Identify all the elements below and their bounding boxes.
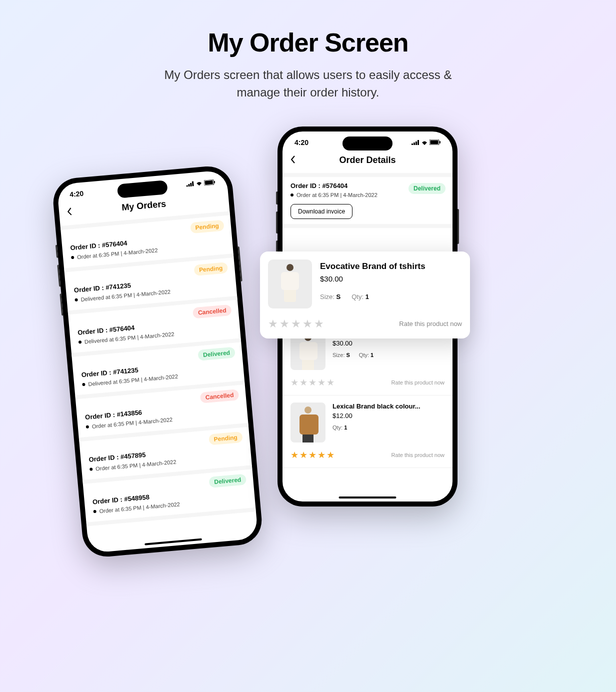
- orders-list: Pending Order ID : #576404 Order at 6:35…: [60, 215, 256, 526]
- home-indicator[interactable]: [144, 538, 202, 545]
- status-icons: [186, 179, 216, 187]
- product-image: [268, 260, 312, 308]
- order-detail-header: Order ID : #576404 Order at 6:35 PM | 4-…: [282, 177, 452, 224]
- svg-rect-7: [412, 144, 413, 145]
- products-list: Evocative Brand of tshirts $30.00 Size: …: [282, 323, 452, 468]
- back-icon[interactable]: [290, 154, 296, 166]
- back-icon[interactable]: [66, 206, 72, 218]
- svg-rect-5: [204, 180, 213, 184]
- status-badge: Delivered: [408, 183, 446, 194]
- star-icon[interactable]: ★: [300, 450, 308, 460]
- page-title: My Order Screen: [0, 28, 616, 58]
- star-icon[interactable]: ★: [326, 377, 334, 388]
- rating-stars[interactable]: ★★★★★: [290, 377, 334, 388]
- svg-rect-12: [430, 140, 438, 144]
- separator: [282, 224, 452, 228]
- star-icon[interactable]: ★: [280, 318, 290, 330]
- star-icon[interactable]: ★: [290, 450, 298, 460]
- star-icon[interactable]: ★: [308, 450, 316, 460]
- rating-stars[interactable]: ★ ★ ★ ★ ★: [268, 318, 324, 330]
- rate-link[interactable]: Rate this product now: [392, 380, 444, 386]
- screen-title: Order Details: [339, 155, 396, 166]
- product-meta: Qty: 1: [332, 424, 444, 430]
- download-invoice-button[interactable]: Download invoice: [290, 204, 352, 219]
- screen-title: My Orders: [121, 198, 166, 213]
- phone-my-orders: 4:20 My Orders Pending Order ID : #57640…: [52, 164, 264, 558]
- svg-rect-1: [188, 184, 190, 186]
- status-time: 4:20: [294, 138, 308, 146]
- star-icon[interactable]: ★: [290, 377, 298, 388]
- product-title: Evocative Brand of tshirts: [320, 262, 426, 272]
- product-popup-card[interactable]: Evocative Brand of tshirts $30.00 Size: …: [260, 252, 470, 338]
- rating-stars[interactable]: ★★★★★: [290, 450, 334, 460]
- svg-rect-8: [414, 142, 415, 145]
- star-icon[interactable]: ★: [326, 450, 334, 460]
- product-image: [290, 402, 326, 442]
- status-icons: [412, 140, 440, 145]
- rate-link[interactable]: Rate this product now: [399, 320, 462, 328]
- page-header: My Order Screen My Orders screen that al…: [0, 0, 616, 102]
- svg-rect-13: [440, 141, 440, 144]
- svg-rect-9: [416, 142, 417, 145]
- star-icon[interactable]: ★: [302, 318, 312, 330]
- rate-link[interactable]: Rate this product now: [392, 452, 444, 458]
- product-price: $12.00: [332, 412, 444, 420]
- phone-notch: [342, 136, 392, 150]
- svg-rect-10: [418, 140, 419, 145]
- star-icon[interactable]: ★: [318, 377, 326, 388]
- product-card[interactable]: Lexical Brand black colour... $12.00 Qty…: [282, 396, 452, 468]
- home-indicator[interactable]: [339, 496, 396, 498]
- star-icon[interactable]: ★: [291, 318, 301, 330]
- star-icon[interactable]: ★: [300, 377, 308, 388]
- product-price: $30.00: [320, 274, 426, 283]
- star-icon[interactable]: ★: [314, 318, 324, 330]
- product-price: $30.00: [332, 340, 444, 347]
- screen-header: Order Details: [282, 150, 452, 173]
- separator: [282, 173, 452, 177]
- product-title: Lexical Brand black colour...: [332, 402, 444, 410]
- page-subtitle: My Orders screen that allows users to ea…: [0, 66, 616, 102]
- svg-rect-2: [190, 182, 192, 186]
- star-icon[interactable]: ★: [268, 318, 278, 330]
- product-meta: Size: S Qty: 1: [332, 352, 444, 358]
- svg-rect-0: [186, 185, 188, 186]
- svg-rect-6: [214, 180, 215, 183]
- star-icon[interactable]: ★: [308, 377, 316, 388]
- product-meta: Size: S Qty: 1: [320, 293, 426, 300]
- star-icon[interactable]: ★: [318, 450, 326, 460]
- status-time: 4:20: [70, 189, 84, 198]
- svg-rect-3: [192, 181, 194, 186]
- phones-container: 4:20 My Orders Pending Order ID : #57640…: [0, 142, 616, 592]
